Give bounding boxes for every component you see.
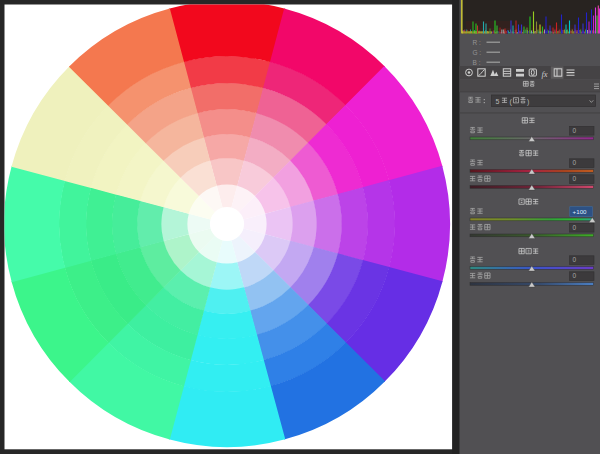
svg-text:0: 0 [573, 127, 577, 134]
svg-text:G :: G : [473, 49, 482, 56]
svg-text:5: 5 [496, 98, 500, 105]
svg-text:+100: +100 [573, 208, 587, 215]
svg-text:fx: fx [542, 69, 548, 79]
svg-text:0: 0 [573, 224, 577, 231]
svg-text:): ) [527, 98, 529, 106]
svg-text:B :: B : [473, 59, 481, 66]
svg-text:R :: R : [473, 39, 482, 46]
svg-text:0: 0 [573, 272, 577, 279]
svg-text:0: 0 [573, 159, 577, 166]
svg-text:0: 0 [573, 175, 577, 182]
svg-text:0: 0 [573, 256, 577, 263]
